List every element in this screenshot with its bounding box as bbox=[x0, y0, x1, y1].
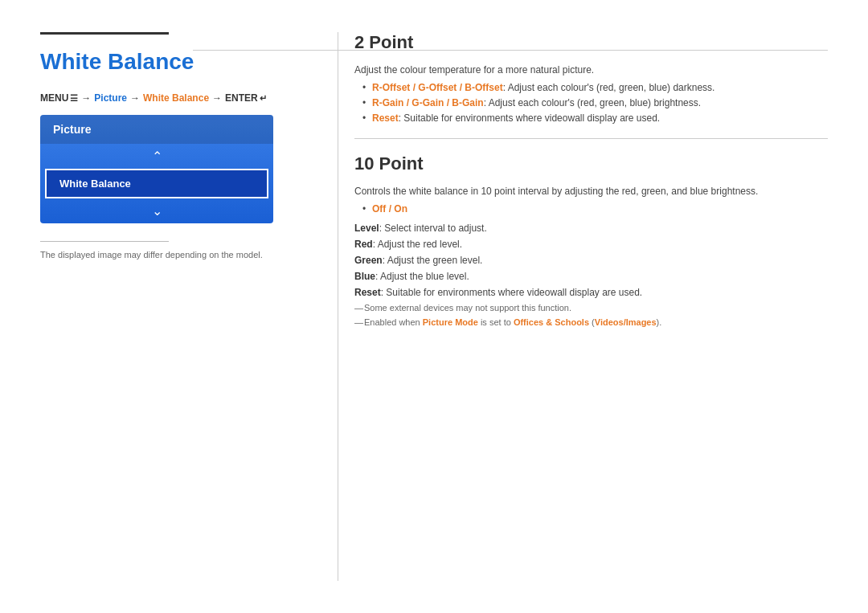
section1-bullets: R-Offset / G-Offset / B-Offset: Adjust e… bbox=[354, 82, 828, 124]
blue-detail: Blue: Adjust the blue level. bbox=[354, 271, 828, 282]
bullet-item-offset: R-Offset / G-Offset / B-Offset: Adjust e… bbox=[362, 82, 828, 93]
picture-menu-selected-item[interactable]: White Balance bbox=[45, 169, 268, 198]
picture-menu-header: Picture bbox=[40, 115, 273, 144]
videos-images-highlight: Videos/Images bbox=[595, 317, 657, 327]
note-divider bbox=[40, 241, 169, 242]
level-detail: Level: Select interval to adjust. bbox=[354, 223, 828, 234]
offices-schools-highlight: Offices & Schools bbox=[514, 317, 589, 327]
up-arrow-icon: ⌃ bbox=[152, 149, 162, 164]
note-picture-mode-end: ). bbox=[657, 317, 662, 327]
gain-text: : Adjust each colour's (red, green, blue… bbox=[484, 97, 701, 108]
bullet-item-gain: R-Gain / G-Gain / B-Gain: Adjust each co… bbox=[362, 97, 828, 108]
gain-highlight: R-Gain / G-Gain / B-Gain bbox=[372, 97, 484, 108]
enter-icon: ↵ bbox=[260, 93, 267, 104]
reset2-label: Reset bbox=[354, 287, 381, 298]
menu-up-arrow[interactable]: ⌃ bbox=[40, 144, 273, 169]
menu-arrow-1: → bbox=[81, 92, 91, 104]
blue-label: Blue bbox=[354, 271, 375, 282]
menu-arrow-3: → bbox=[212, 92, 222, 104]
note-external: Some external devices may not support th… bbox=[354, 303, 828, 313]
right-panel: 2 Point Adjust the colour temperature fo… bbox=[338, 32, 828, 581]
menu-arrow-2: → bbox=[130, 92, 140, 104]
green-label: Green bbox=[354, 255, 383, 266]
note-picture-mode-suffix: ( bbox=[589, 317, 595, 327]
menu-white-balance-link[interactable]: White Balance bbox=[143, 92, 209, 104]
section2-bullets: Off / On bbox=[354, 203, 828, 215]
page-container: White Balance MENU ☰ → Picture → White B… bbox=[0, 0, 868, 613]
menu-down-arrow[interactable]: ⌄ bbox=[40, 198, 273, 223]
reset2-detail: Reset: Suitable for environments where v… bbox=[354, 287, 828, 298]
menu-label: MENU bbox=[40, 92, 68, 104]
off-on-highlight: Off / On bbox=[372, 203, 407, 215]
picture-mode-highlight: Picture Mode bbox=[423, 317, 478, 327]
note-external-text: Some external devices may not support th… bbox=[364, 303, 571, 313]
section2-intro: Controls the white balance in 10 point i… bbox=[354, 186, 828, 197]
note-picture-mode-prefix: Enabled when bbox=[364, 317, 423, 327]
picture-menu: Picture ⌃ White Balance ⌄ bbox=[40, 115, 273, 223]
level-text: : Select interval to adjust. bbox=[379, 223, 487, 234]
offset-text: : Adjust each colour's (red, green, blue… bbox=[503, 82, 715, 93]
bullet-item-off-on: Off / On bbox=[362, 203, 828, 215]
page-title: White Balance bbox=[40, 49, 305, 75]
top-divider-left bbox=[40, 32, 169, 35]
image-note: The displayed image may differ depending… bbox=[40, 250, 305, 260]
note-picture-mode-middle: is set to bbox=[478, 317, 514, 327]
blue-text: : Adjust the blue level. bbox=[375, 271, 469, 282]
down-arrow-icon: ⌄ bbox=[152, 203, 162, 219]
reset2-text: : Suitable for environments where videow… bbox=[381, 287, 643, 298]
reset1-highlight: Reset bbox=[372, 112, 399, 124]
green-text: : Adjust the green level. bbox=[383, 255, 483, 266]
section1-intro: Adjust the colour temperature for a more… bbox=[354, 64, 828, 76]
section2-title: 10 Point bbox=[354, 153, 828, 174]
red-label: Red bbox=[354, 239, 373, 250]
menu-icon-symbol: ☰ bbox=[70, 93, 78, 104]
green-detail: Green: Adjust the green level. bbox=[354, 255, 828, 266]
note-picture-mode: Enabled when Picture Mode is set to Offi… bbox=[354, 317, 828, 327]
menu-path: MENU ☰ → Picture → White Balance → ENTER… bbox=[40, 92, 305, 104]
menu-picture-link[interactable]: Picture bbox=[94, 92, 127, 104]
level-label: Level bbox=[354, 223, 379, 234]
bullet-item-reset1: Reset: Suitable for environments where v… bbox=[362, 112, 828, 124]
reset1-text: : Suitable for environments where videow… bbox=[399, 112, 661, 124]
enter-label: ENTER bbox=[225, 92, 258, 104]
section-divider bbox=[354, 138, 828, 139]
red-text: : Adjust the red level. bbox=[373, 239, 462, 250]
red-detail: Red: Adjust the red level. bbox=[354, 239, 828, 250]
left-panel: White Balance MENU ☰ → Picture → White B… bbox=[40, 32, 338, 581]
offset-highlight: R-Offset / G-Offset / B-Offset bbox=[372, 82, 503, 93]
section1-title: 2 Point bbox=[354, 32, 828, 53]
